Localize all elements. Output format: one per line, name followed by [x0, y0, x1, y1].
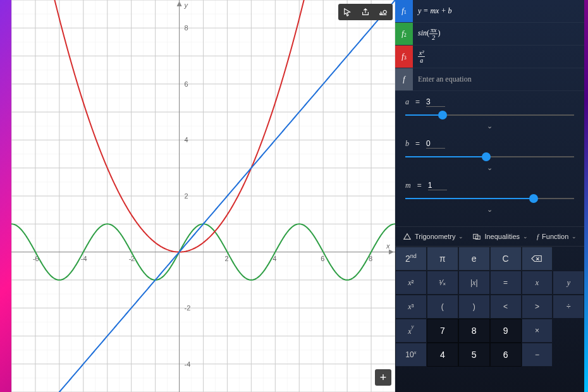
slider-expand-b[interactable]: ⌄: [405, 164, 574, 172]
equation-new-placeholder[interactable]: Enter an equation: [413, 75, 584, 84]
equation-text-3: x²a: [413, 49, 584, 64]
slider-a: a = 3 ⌄: [405, 97, 574, 130]
slider-var-a: a: [405, 97, 409, 107]
slider-thumb-b[interactable]: [482, 152, 491, 161]
equation-row-1[interactable]: f1 y = mx + b: [395, 0, 584, 23]
svg-text:6: 6: [321, 255, 324, 262]
side-panel: f1 y = mx + b f2 sin(πx2) f3 x²a f Enter…: [395, 0, 584, 392]
slider-var-m: m: [405, 181, 411, 190]
slider-value-m[interactable]: 1: [428, 181, 447, 190]
slider-m: m = 1 ⌄: [405, 181, 574, 214]
slider-track-b[interactable]: [405, 151, 574, 162]
slider-value-a[interactable]: 3: [426, 97, 445, 107]
graph-options-icon[interactable]: [377, 6, 389, 18]
key-5[interactable]: 5: [458, 343, 490, 367]
wallpaper-left: [0, 0, 11, 392]
svg-text:2: 2: [224, 255, 228, 262]
svg-text:-4: -4: [185, 360, 191, 368]
key-4[interactable]: 4: [427, 343, 458, 367]
equation-chip-1[interactable]: f1: [395, 0, 413, 22]
svg-text:y: y: [184, 1, 189, 9]
pointer-tool-icon[interactable]: [342, 6, 353, 18]
key-backspace[interactable]: [522, 247, 553, 271]
slider-track-m[interactable]: [405, 193, 574, 204]
slider-thumb-m[interactable]: [529, 194, 538, 203]
key-equals[interactable]: =: [490, 271, 522, 295]
svg-text:2: 2: [185, 192, 188, 200]
slider-thumb-a[interactable]: [438, 111, 447, 119]
graph-toolbar: [338, 4, 393, 20]
svg-marker-97: [177, 1, 182, 6]
key-x-squared[interactable]: x²: [395, 271, 427, 295]
variable-sliders: a = 3 ⌄ b = 0 ⌄ m =: [395, 91, 584, 226]
add-button[interactable]: +: [375, 369, 391, 386]
key-lt[interactable]: <: [490, 295, 522, 319]
key-x[interactable]: x: [522, 271, 553, 295]
equation-chip-2[interactable]: f2: [395, 23, 413, 45]
key-reciprocal[interactable]: ¹⁄ₓ: [427, 271, 458, 295]
key-e[interactable]: e: [458, 247, 490, 271]
key-pi[interactable]: π: [427, 247, 458, 271]
key-abs[interactable]: |x|: [458, 271, 490, 295]
wallpaper-right: [584, 0, 588, 392]
key-rparen[interactable]: ): [458, 295, 490, 319]
key-8[interactable]: 8: [458, 319, 490, 343]
slider-var-b: b: [405, 139, 409, 149]
key-x-cubed[interactable]: x³: [395, 295, 427, 319]
equation-row-2[interactable]: f2 sin(πx2): [395, 23, 584, 46]
slider-value-b[interactable]: 0: [426, 139, 445, 149]
keypad-mode-row: Trigonometry⌄ Inequalities⌄ fFunction⌄: [395, 226, 584, 247]
key-x-pow-y[interactable]: xy: [395, 319, 427, 343]
svg-text:x: x: [386, 242, 390, 250]
key-2nd[interactable]: 2nd: [395, 247, 427, 271]
key-divide[interactable]: ÷: [553, 295, 584, 319]
equation-chip-3[interactable]: f3: [395, 46, 413, 68]
equation-chip-new[interactable]: f: [395, 68, 413, 90]
key-minus[interactable]: −: [522, 343, 553, 367]
key-7[interactable]: 7: [427, 319, 458, 343]
key-10-pow-x[interactable]: 10x: [395, 343, 427, 367]
mode-trigonometry[interactable]: Trigonometry⌄: [403, 232, 463, 241]
keypad: 2ndπeCx²¹⁄ₓ|x|=xyx³()<>÷xy789×10x456−: [395, 247, 584, 367]
graph-canvas[interactable]: -6-4-22468-4-22468xy: [11, 0, 395, 392]
svg-text:-2: -2: [185, 304, 191, 312]
key-multiply[interactable]: ×: [522, 319, 553, 343]
mode-function[interactable]: fFunction⌄: [537, 232, 577, 241]
key-gt[interactable]: >: [522, 295, 553, 319]
equation-row-3[interactable]: f3 x²a: [395, 46, 584, 68]
key-6[interactable]: 6: [490, 343, 522, 367]
slider-track-a[interactable]: [405, 109, 574, 121]
equation-text-1: y = mx + b: [413, 6, 584, 16]
slider-expand-a[interactable]: ⌄: [405, 122, 574, 130]
equation-list: f1 y = mx + b f2 sin(πx2) f3 x²a f Enter…: [395, 0, 584, 91]
equation-text-2: sin(πx2): [413, 27, 584, 41]
equation-row-new[interactable]: f Enter an equation: [395, 68, 584, 91]
svg-marker-96: [389, 250, 394, 255]
slider-expand-m[interactable]: ⌄: [405, 205, 574, 214]
key-lparen[interactable]: (: [427, 295, 458, 319]
share-icon[interactable]: [360, 6, 371, 18]
svg-text:8: 8: [185, 24, 188, 32]
svg-text:4: 4: [185, 136, 188, 144]
key-clear[interactable]: C: [490, 247, 522, 271]
mode-inequalities[interactable]: Inequalities⌄: [472, 232, 528, 241]
slider-b: b = 0 ⌄: [405, 139, 574, 172]
key-9[interactable]: 9: [490, 319, 522, 343]
key-y[interactable]: y: [553, 271, 584, 295]
svg-text:6: 6: [185, 80, 188, 88]
graph-area[interactable]: -6-4-22468-4-22468xy +: [11, 0, 395, 392]
